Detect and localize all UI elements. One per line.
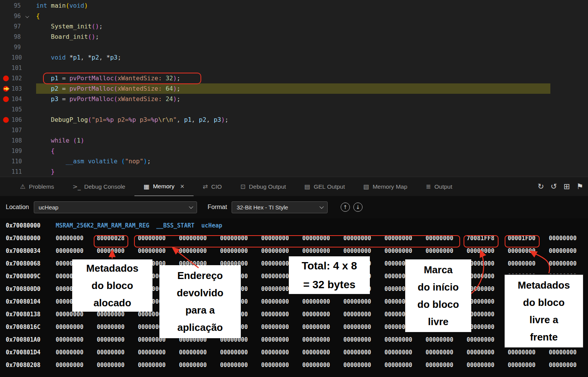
memory-cell[interactable]: 00000000 [261, 311, 302, 318]
code-text[interactable]: { [36, 11, 588, 21]
breakpoint-gutter[interactable] [0, 115, 12, 125]
code-text[interactable]: p2 = pvPortMalloc(xWantedSize: 64); [36, 83, 588, 94]
memory-cell[interactable]: 00000000 [508, 362, 549, 369]
memory-cell[interactable]: 00000000 [467, 260, 508, 267]
memory-cell[interactable]: 00000000 [302, 324, 343, 330]
code-text[interactable]: void *p1, *p2, *p3; [36, 52, 588, 63]
memory-cell[interactable]: 00000000 [97, 349, 138, 356]
code-text[interactable]: DebugP_log("p1=%p p2=%p p3=%p\r\n", p1, … [36, 115, 588, 125]
memory-cell[interactable]: 00000000 [302, 349, 343, 356]
memory-cell[interactable]: 00000000 [343, 362, 384, 369]
breakpoint-gutter[interactable] [0, 11, 12, 21]
memory-cell[interactable]: 00000000 [97, 362, 138, 369]
code-text[interactable]: } [36, 166, 588, 177]
memory-cell[interactable]: 00000000 [384, 362, 426, 369]
memory-cell[interactable]: 00000000 [302, 362, 343, 369]
code-text[interactable]: __asm volatile ("nop"); [36, 156, 588, 166]
memory-cell[interactable]: 00000000 [302, 247, 343, 254]
memory-cell[interactable]: 00000000 [343, 298, 384, 305]
code-text[interactable]: while (1) [36, 135, 588, 146]
scroll-up-button[interactable]: ↑ [341, 203, 350, 212]
pin-icon[interactable]: ⚑ [576, 182, 583, 191]
code-text[interactable]: int main(void) [36, 0, 588, 11]
memory-cell[interactable]: 00000000 [508, 247, 549, 254]
memory-cell[interactable]: 00000000 [467, 336, 508, 343]
refresh-icon[interactable]: ↺ [551, 182, 557, 191]
code-text[interactable]: System_init(); [36, 21, 588, 32]
memory-cell[interactable]: 00000000 [302, 298, 343, 305]
tab-cio[interactable]: ⇄CIO [194, 177, 231, 196]
memory-cell[interactable]: 00000000 [56, 235, 97, 242]
memory-cell[interactable]: 00000000 [261, 298, 302, 305]
memory-cell[interactable]: 00000000 [97, 336, 138, 343]
breakpoint-gutter[interactable] [0, 32, 12, 42]
memory-cell[interactable]: 00000000 [343, 324, 384, 330]
breakpoint-gutter[interactable] [0, 73, 12, 83]
breakpoint-gutter[interactable] [0, 21, 12, 32]
memory-cell[interactable]: 00000000 [56, 349, 97, 356]
memory-cell[interactable]: 00000000 [426, 349, 467, 356]
memory-cell[interactable]: 00000000 [179, 362, 220, 369]
memory-cell[interactable]: 00000000 [508, 260, 549, 267]
memory-cell[interactable]: 00000000 [138, 247, 179, 254]
memory-cell[interactable]: 00000000 [426, 336, 467, 343]
breakpoint-gutter[interactable] [0, 83, 12, 94]
code-text[interactable]: { [36, 146, 588, 156]
tab-gel-output[interactable]: ▤GEL Output [295, 177, 354, 196]
memory-cell[interactable]: 00000000 [384, 336, 426, 343]
breakpoint-gutter[interactable] [0, 63, 12, 73]
breakpoint-gutter[interactable] [0, 156, 12, 166]
memory-cell[interactable]: 00000000 [302, 336, 343, 343]
memory-cell[interactable]: 00000000 [56, 311, 97, 318]
memory-cell[interactable]: 00000000 [97, 247, 138, 254]
memory-cell[interactable]: 00000000 [549, 235, 588, 242]
memory-cell[interactable]: 00000000 [302, 311, 343, 318]
tab-output[interactable]: ≣Output [417, 177, 462, 196]
code-text[interactable]: p3 = pvPortMalloc(xWantedSize: 24); [36, 94, 588, 104]
breakpoint-gutter[interactable] [0, 94, 12, 104]
memory-cell[interactable]: 00000000 [508, 349, 549, 356]
breakpoint-gutter[interactable] [0, 135, 12, 146]
memory-cell[interactable]: 00000000 [220, 349, 261, 356]
memory-cell[interactable]: 00000000 [467, 362, 508, 369]
code-text[interactable]: Board_init(); [36, 32, 588, 42]
close-icon[interactable]: × [180, 183, 184, 191]
fold-chevron-icon[interactable] [25, 14, 29, 18]
memory-cell[interactable]: 00000000 [467, 286, 508, 292]
memory-cell[interactable]: 00000000 [138, 362, 179, 369]
memory-cell[interactable]: 00000000 [343, 311, 384, 318]
tab-debug-output[interactable]: ⊡Debug Output [231, 177, 295, 196]
memory-cell[interactable]: 00000000 [467, 324, 508, 330]
memory-cell[interactable]: 00000000 [220, 362, 261, 369]
memory-cell[interactable]: 00000000 [261, 362, 302, 369]
memory-cell[interactable]: 00000000 [384, 247, 426, 254]
memory-cell[interactable]: 00000000 [261, 324, 302, 330]
breakpoint-gutter[interactable] [0, 104, 12, 115]
memory-cell[interactable]: 00000000 [467, 298, 508, 305]
memory-cell[interactable]: 00000000 [56, 324, 97, 330]
format-dropdown[interactable]: 32-Bit Hex - TI Style [232, 201, 328, 213]
memory-cell[interactable]: 00000000 [56, 247, 97, 254]
tab-memory-map[interactable]: ▧Memory Map [354, 177, 417, 196]
memory-cell[interactable]: 00000000 [549, 247, 588, 254]
memory-cell[interactable]: 00000000 [343, 349, 384, 356]
memory-cell[interactable]: 00000000 [56, 362, 97, 369]
tab-problems[interactable]: ⚠Problems [11, 177, 63, 196]
memory-cell[interactable]: 00000000 [426, 362, 467, 369]
memory-cell[interactable]: 00000000 [56, 336, 97, 343]
breakpoint-gutter[interactable] [0, 146, 12, 156]
memory-cell[interactable]: 00000000 [179, 349, 220, 356]
memory-cell[interactable]: 00000000 [467, 247, 508, 254]
memory-cell[interactable]: 00000000 [467, 311, 508, 318]
breakpoint-gutter[interactable] [0, 0, 12, 11]
breakpoint-gutter[interactable] [0, 52, 12, 63]
memory-cell[interactable]: 00000000 [179, 247, 220, 254]
tab-memory[interactable]: ▦Memory× [134, 177, 194, 196]
memory-cell[interactable]: 00000000 [138, 349, 179, 356]
memory-cell[interactable]: 00000000 [467, 273, 508, 280]
open-new-view-icon[interactable]: ⊞ [563, 182, 570, 191]
breakpoint-gutter[interactable] [0, 42, 12, 52]
memory-cell[interactable]: 00000000 [343, 336, 384, 343]
location-dropdown[interactable]: ucHeap [34, 201, 197, 213]
memory-cell[interactable]: 00000000 [261, 349, 302, 356]
